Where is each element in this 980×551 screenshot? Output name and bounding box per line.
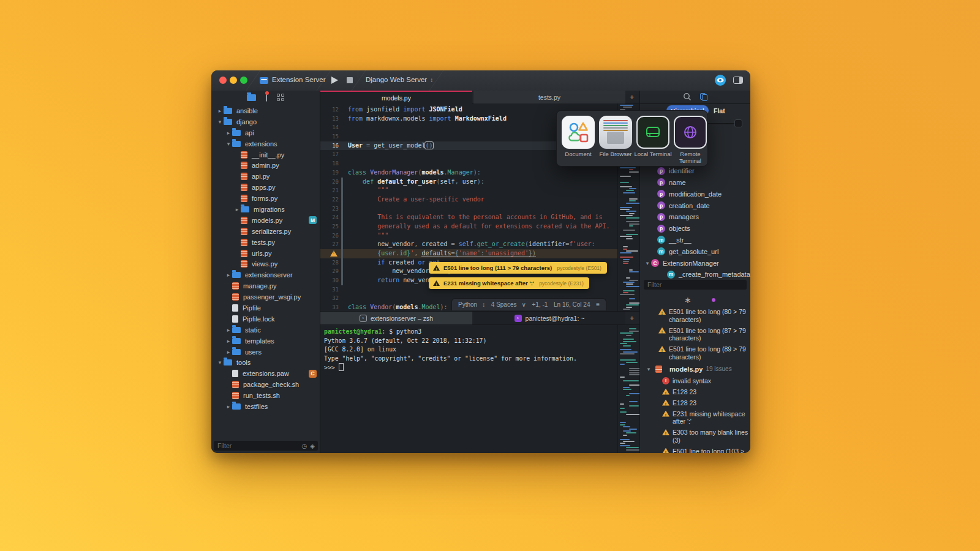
sidebar-filter-input[interactable]: [214, 442, 302, 449]
terminal-tab-zsh[interactable]: › extensionserver – zsh: [320, 312, 472, 324]
file-row[interactable]: ▸static: [211, 324, 320, 335]
file-row[interactable]: __init__.py: [211, 149, 320, 160]
new-tab-button[interactable]: +: [630, 92, 635, 102]
issue-row[interactable]: E501 line too long (80 > 79 characters): [640, 308, 749, 323]
chevron-icon[interactable]: ▸: [225, 403, 232, 410]
file-row[interactable]: ▸templates: [211, 335, 320, 347]
file-row[interactable]: apps.py: [211, 182, 320, 193]
grid-view-icon[interactable]: [277, 94, 284, 101]
file-row[interactable]: models.pyM: [211, 215, 320, 226]
symbol-row[interactable]: ▾CExtensionManager: [640, 257, 750, 269]
minimize-button[interactable]: [230, 77, 237, 84]
file-row[interactable]: urls.py: [211, 248, 320, 259]
file-row[interactable]: Pipfile: [211, 302, 320, 313]
file-row[interactable]: package_check.sh: [211, 379, 320, 390]
code-line[interactable]: {user.id}', defaults={'name':'unassigned…: [320, 249, 617, 258]
file-row[interactable]: ▾django: [211, 116, 320, 127]
file-row[interactable]: Pipfile.lock: [211, 313, 320, 324]
issue-row[interactable]: E128 23: [640, 388, 749, 396]
flat-toggle[interactable]: Flat: [714, 107, 725, 114]
sidebar-filter[interactable]: ◷ ◈: [214, 441, 318, 451]
language-selector[interactable]: Python↕: [458, 301, 485, 308]
task-selector[interactable]: Django Web Server↕: [366, 76, 433, 83]
sidebar-toggle-icon[interactable]: [733, 77, 743, 84]
all-issues-icon[interactable]: ∗: [684, 295, 692, 305]
symbol-row[interactable]: pidentifier: [640, 165, 750, 177]
issue-row[interactable]: !invalid syntax: [640, 377, 749, 385]
file-row[interactable]: tests.py: [211, 237, 320, 248]
local-terminal-option[interactable]: [636, 116, 669, 149]
chevron-icon[interactable]: ▸: [225, 272, 232, 278]
symbol-row[interactable]: pcreation_date: [640, 200, 750, 211]
source-control-icon[interactable]: [266, 94, 267, 101]
file-row[interactable]: ▸users: [211, 347, 320, 358]
file-row[interactable]: run_tests.sh: [211, 390, 320, 401]
chevron-icon[interactable]: ▾: [216, 359, 224, 365]
indent-selector[interactable]: 4 Spaces∨: [491, 301, 526, 308]
terminal-output[interactable]: panictest@hydra1: $ python3Python 3.6.7 …: [320, 325, 617, 453]
chevron-icon[interactable]: ▾: [225, 141, 232, 147]
file-row[interactable]: views.py: [211, 258, 320, 269]
issue-row[interactable]: E501 line too long (103 > 79 characters): [640, 448, 749, 454]
chevron-icon[interactable]: ▸: [225, 338, 232, 344]
symbol-row[interactable]: pmanagers: [640, 211, 750, 223]
chevron-icon[interactable]: ▸: [216, 108, 224, 114]
file-row[interactable]: api.py: [211, 171, 320, 182]
file-row[interactable]: ▸api: [211, 127, 320, 138]
file-row[interactable]: ▸migrations: [211, 204, 320, 215]
terminal-tab-remote[interactable]: › panictest@hydra1: ~: [473, 312, 625, 324]
issue-row[interactable]: E501 line too long (87 > 79 characters): [640, 327, 749, 342]
code-line[interactable]: 26 """: [320, 231, 617, 241]
file-row[interactable]: ▾extensions: [211, 138, 320, 149]
file-row[interactable]: ▾tools: [211, 357, 320, 368]
tab-tests-py[interactable]: tests.py: [473, 91, 625, 103]
file-row[interactable]: manage.py: [211, 280, 320, 291]
symbol-row[interactable]: pobjects: [640, 223, 750, 234]
symbol-row[interactable]: pname: [640, 177, 750, 189]
remote-terminal-option[interactable]: [674, 116, 707, 149]
symbol-row[interactable]: m_create_from_metadata: [640, 269, 750, 280]
issue-row[interactable]: E128 23: [640, 399, 749, 407]
issue-file-group[interactable]: ▾models.py19 issues: [640, 364, 749, 374]
file-row[interactable]: extensions.pawC: [211, 368, 320, 379]
search-icon[interactable]: [683, 92, 692, 102]
chevron-icon[interactable]: ▾: [216, 119, 224, 125]
code-line[interactable]: 22 Create a user-specific vendor: [320, 195, 617, 204]
issue-row[interactable]: E231 missing whitespace after ':': [640, 410, 749, 425]
code-line[interactable]: 20 def default_for_user(self, user):: [320, 178, 617, 187]
file-row[interactable]: serializers.py: [211, 226, 320, 237]
chevron-icon[interactable]: ▾: [645, 366, 652, 372]
stop-button[interactable]: [347, 77, 353, 83]
file-row[interactable]: ▸extensionserver: [211, 269, 320, 280]
line-menu-icon[interactable]: ≡: [596, 301, 600, 308]
code-line[interactable]: 21 """: [320, 186, 617, 195]
filter-settings-icon[interactable]: ◈: [310, 443, 315, 449]
code-line[interactable]: 19class VendorManager(models.Manager):: [320, 168, 617, 178]
chevron-icon[interactable]: ▸: [225, 327, 232, 333]
code-line[interactable]: 24 This is equivalent to the personal ac…: [320, 213, 617, 222]
close-button[interactable]: [219, 77, 227, 84]
run-button[interactable]: [331, 77, 338, 84]
chevron-icon[interactable]: ▾: [644, 260, 651, 266]
symbols-filter-input[interactable]: [644, 281, 747, 288]
file-browser-option[interactable]: [599, 116, 632, 149]
document-option[interactable]: [562, 116, 595, 149]
chevron-icon[interactable]: ▸: [225, 349, 232, 355]
file-row[interactable]: ▸ansible: [211, 105, 320, 116]
recent-icon[interactable]: ◷: [302, 443, 307, 449]
file-row[interactable]: ▸testfiles: [211, 401, 320, 412]
files-sidebar-icon[interactable]: [247, 94, 256, 101]
symbols-filter[interactable]: [644, 280, 747, 290]
file-row[interactable]: admin.py: [211, 160, 320, 171]
slider-handle[interactable]: [734, 119, 742, 127]
file-row[interactable]: forms.py: [211, 193, 320, 204]
symbol-row[interactable]: pmodification_date: [640, 188, 750, 200]
symbol-row[interactable]: m__str__: [640, 234, 750, 246]
pages-icon[interactable]: [700, 93, 707, 101]
code-line[interactable]: 27 new_vendor, created = self.get_or_cre…: [320, 240, 617, 249]
symbol-row[interactable]: mget_absolute_url: [640, 246, 750, 257]
issue-row[interactable]: E501 line too long (89 > 79 characters): [640, 345, 749, 361]
chevron-icon[interactable]: ▸: [225, 130, 232, 136]
zoom-button[interactable]: [240, 77, 247, 84]
chevron-icon[interactable]: ▸: [233, 206, 241, 212]
